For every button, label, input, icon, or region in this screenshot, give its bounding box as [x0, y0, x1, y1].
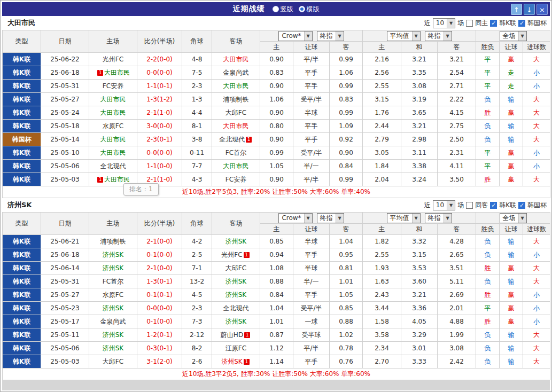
team-name[interactable]: 大田市民: [223, 82, 249, 90]
cup-checkbox[interactable]: [518, 202, 525, 209]
team-name[interactable]: 济州SK: [221, 358, 243, 365]
score-cell: 2-1(0-0): [137, 262, 182, 275]
goals-result-cell: 大: [523, 173, 550, 186]
close-button[interactable]: ×: [537, 4, 548, 15]
cup-checkbox[interactable]: [518, 20, 525, 27]
avg-draw-cell: 3.36: [401, 302, 438, 315]
team-name[interactable]: 水原FC: [103, 291, 123, 299]
average-select[interactable]: 平均值▼: [387, 213, 421, 223]
team-name[interactable]: 大田市民: [100, 149, 126, 156]
team-name[interactable]: 全北现代: [219, 136, 245, 143]
handicap-result-cell: 输: [500, 275, 523, 288]
handicap-result-cell: 赢: [500, 160, 523, 173]
team-name[interactable]: 大田市民: [100, 96, 126, 103]
average-stage-select[interactable]: 终指▼: [425, 213, 452, 223]
league-type-cell: 韩K联: [3, 248, 41, 262]
same-venue-label: 同客: [475, 201, 488, 210]
team-name[interactable]: 济州SK: [103, 304, 124, 312]
team-name[interactable]: 蔚山HD: [221, 331, 243, 339]
team-name[interactable]: 大田市民: [104, 176, 130, 183]
col-home-odds: 主: [260, 224, 293, 235]
team-name[interactable]: 济州SK: [103, 264, 124, 272]
team-name[interactable]: 济州SK: [226, 291, 247, 299]
team-name[interactable]: 大田市民: [104, 69, 130, 76]
team-name[interactable]: 济州SK: [226, 318, 247, 325]
goals-result-cell: 大: [523, 275, 550, 288]
team-name[interactable]: 全北现代: [100, 162, 126, 170]
team-name[interactable]: 济州SK: [103, 344, 124, 352]
team-name[interactable]: 大邱FC: [226, 109, 246, 116]
goals-result-cell: 大: [523, 106, 550, 120]
team-name[interactable]: FC首尔: [103, 278, 123, 285]
same-venue-checkbox[interactable]: [466, 20, 473, 27]
kleague-checkbox[interactable]: [490, 20, 497, 27]
handicap-result-cell: 输: [500, 93, 523, 106]
team-name[interactable]: 江原FC: [226, 344, 246, 352]
team-name[interactable]: 浦项制铁: [223, 96, 249, 103]
odds-stage-select[interactable]: 终指▼: [317, 31, 344, 41]
league-type-cell: 韩K联: [3, 328, 41, 342]
team-name[interactable]: FC安养: [103, 82, 123, 90]
avg-away-cell: 3.21: [438, 53, 476, 66]
team-name[interactable]: 大田市民: [100, 136, 126, 143]
goals-result-cell: 小: [523, 288, 550, 302]
corner-cell: 4-3: [182, 173, 212, 186]
score-cell: 2-3(0-1): [137, 133, 182, 146]
match-count-select[interactable]: 10▼: [433, 200, 455, 210]
team-name[interactable]: 大田市民: [223, 162, 249, 170]
team-name[interactable]: 水原FC: [103, 122, 123, 130]
team-name[interactable]: 全北现代: [223, 304, 249, 312]
avg-home-cell: 1.93: [363, 262, 401, 275]
team-name[interactable]: 大田市民: [223, 122, 249, 130]
team-name[interactable]: FC首尔: [226, 149, 246, 156]
move-up-button[interactable]: ↑: [511, 4, 522, 15]
result-cell: 负: [476, 355, 500, 369]
scope-select[interactable]: 全场▼: [500, 213, 527, 223]
team-name[interactable]: 金泉尚武: [100, 318, 126, 325]
radio-vertical[interactable]: 竖版: [273, 5, 293, 14]
home-odds-cell: 1.06: [260, 93, 293, 106]
away-odds-cell: 1.01: [330, 275, 363, 288]
team-name[interactable]: 金泉尚武: [223, 69, 249, 76]
home-team-cell: 光州FC: [89, 53, 137, 66]
date-cell: 25-05-24: [41, 106, 89, 120]
team-name[interactable]: 光州FC: [103, 56, 123, 63]
team-name[interactable]: 济州SK: [103, 251, 124, 258]
team-name[interactable]: 济州SK: [226, 278, 247, 285]
team-name[interactable]: 大邱FC: [226, 264, 246, 272]
radio-horizontal[interactable]: 横版: [299, 5, 320, 14]
radio-horizontal-icon[interactable]: [299, 6, 305, 12]
home-team-cell: 济州SK: [89, 262, 137, 275]
kleague-checkbox[interactable]: [490, 202, 497, 209]
date-cell: 25-05-31: [41, 80, 89, 93]
average-stage-select[interactable]: 终指▼: [425, 31, 452, 41]
result-cell: 胜: [476, 173, 500, 186]
corner-cell: 4-4: [182, 106, 212, 120]
result-cell: 平: [476, 53, 500, 66]
team-name[interactable]: FC安养: [226, 176, 246, 183]
handicap-result-cell: 赢: [500, 146, 523, 160]
odds-stage-select[interactable]: 终指▼: [317, 213, 344, 223]
team-name[interactable]: 济州SK: [226, 238, 247, 245]
home-odds-cell: 0.83: [260, 66, 293, 80]
match-count-select[interactable]: 10▼: [433, 18, 455, 28]
home-team-cell: 全北现代: [89, 160, 137, 173]
score-cell: 0-1(0-0): [137, 315, 182, 328]
team-name[interactable]: 大田市民: [223, 56, 249, 63]
goals-result-cell: 大: [523, 328, 550, 342]
bookmaker-select[interactable]: Crow*▼: [278, 213, 312, 223]
bookmaker-select[interactable]: Crow*▼: [278, 31, 312, 41]
same-venue-checkbox[interactable]: [466, 202, 473, 209]
team-name[interactable]: 光州FC: [221, 251, 242, 258]
team-name[interactable]: 浦项制铁: [100, 238, 126, 245]
team-name[interactable]: 大邱FC: [103, 358, 123, 365]
team-name[interactable]: 大田市民: [100, 109, 126, 116]
home-team-cell: 大邱FC: [89, 355, 137, 369]
scope-select[interactable]: 全场▼: [500, 31, 527, 41]
move-down-button[interactable]: ↓: [524, 4, 535, 15]
team-name[interactable]: 济州SK: [103, 331, 124, 339]
result-cell: 负: [476, 133, 500, 146]
date-cell: 25-05-18: [41, 120, 89, 133]
radio-vertical-icon[interactable]: [273, 6, 279, 12]
average-select[interactable]: 平均值▼: [387, 31, 421, 41]
